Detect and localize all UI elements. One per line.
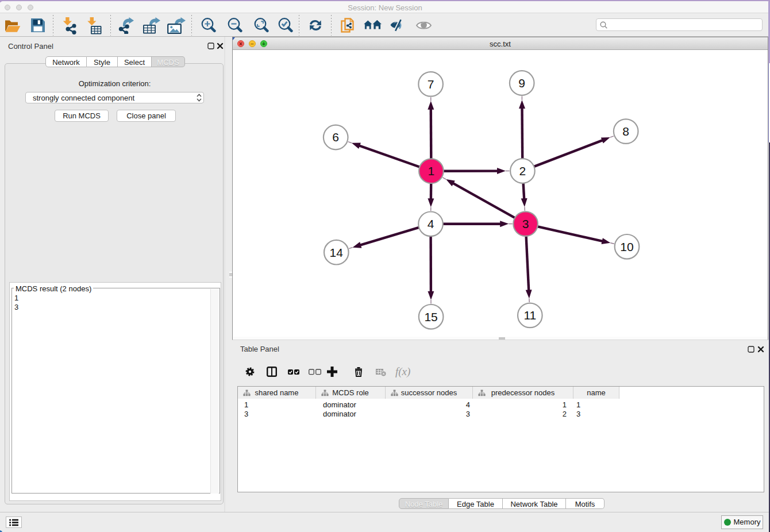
svg-text:10: 10 bbox=[620, 240, 633, 253]
svg-text:3: 3 bbox=[522, 217, 529, 230]
svg-text:8: 8 bbox=[622, 125, 629, 138]
svg-text:9: 9 bbox=[518, 76, 525, 90]
svg-text:15: 15 bbox=[424, 310, 437, 323]
svg-text:6: 6 bbox=[332, 130, 339, 144]
svg-text:2: 2 bbox=[519, 164, 526, 178]
svg-text:4: 4 bbox=[428, 217, 434, 230]
svg-text:7: 7 bbox=[428, 78, 434, 91]
svg-text:1: 1 bbox=[428, 164, 435, 178]
svg-text:11: 11 bbox=[523, 309, 536, 322]
svg-text:14: 14 bbox=[330, 246, 344, 259]
